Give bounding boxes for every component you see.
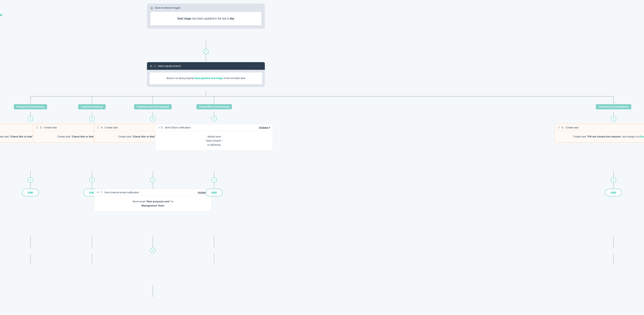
node7-body: Send email "New proposal sent" to Manage… [94,196,212,211]
trigger-body-bold1: Deal stage [178,17,191,20]
node5-body: Would send "Deal closed!! " to @Dennis [156,131,273,150]
node7-header[interactable]: ✉ 7. Send internal email notification Ac… [94,189,212,196]
branch-pipeline-link[interactable]: Deal pipeline and stage [194,77,223,80]
branch-label-proposal: Proposal sent (Consultancy) [134,104,172,109]
node6-header[interactable]: 🗒 6. Create task Actions [555,124,644,131]
trigger-body-text: has been updated in the last [192,17,227,20]
branch-label-closed-won: Closed Won (Consultancy) [196,104,232,109]
node6-body: Create task "Fill out closed lost reason… [555,131,644,142]
node6-task-name: Fill out closed lost reasons [588,135,621,138]
node3-number: 3. [40,126,42,129]
branch-label-prospects: Prospects (Consultancy) [14,104,47,109]
workflow-canvas: el [0,0,644,315]
branch-label-closed-lost: Closed Lost (Consultancy) [596,104,631,109]
node6-icon: 🗒 [558,126,560,129]
plus-col1[interactable]: + [28,116,33,122]
branch-body-text2: of the enrolled deal [224,77,246,80]
branch-node: ⚖ 1. Value equals branch Actions Branch … [147,62,265,87]
branch-actions-btn[interactable]: Actions [250,65,262,68]
branch-body: Branch on deal property Deal pipeline an… [149,72,262,85]
end-node-col4[interactable]: END [206,189,222,196]
node7-email-subject: New proposal sent [147,200,170,203]
trigger-icon: 🏢 [150,6,153,9]
plus-col5[interactable]: + [611,116,616,122]
trigger-node: 🏢 Deal enrollment trigger Deal stage has… [147,4,265,29]
node7-recipient: Management Team [98,204,208,208]
plus-col4[interactable]: + [212,116,217,122]
node3-label: Create task [44,126,57,129]
branch-number: 1. [154,65,156,68]
trigger-label: Deal enrollment trigger [155,6,181,9]
node4-number: 4. [101,126,103,129]
trigger-body-bold2: 1 day [227,17,234,20]
branch-label-lead: Lead (Consultancy) [78,104,106,109]
end-node-col1[interactable]: END [22,189,39,196]
node3-icon: 🗒 [36,126,38,129]
trigger-body: Deal stage has been updated in the last … [150,12,262,26]
node4-task-name: Check this or that [133,135,154,138]
node4-icon: 🗒 [97,126,100,129]
node4-label: Create task [105,126,118,129]
node6-owner-link[interactable]: Deal owner [640,135,644,138]
node5-number: 5. [161,126,163,129]
plus-after-node4[interactable]: + [150,177,156,182]
node-5: # 5. Send Slack notification Actions Wou… [155,124,273,151]
node6-number: 6. [562,126,564,129]
plus-col2[interactable]: + [89,116,95,122]
branch-header[interactable]: ⚖ 1. Value equals branch Actions [147,62,265,70]
plus-after-node5[interactable]: + [212,177,217,182]
node5-actions-btn[interactable]: Actions [259,126,270,129]
plus-after-trigger[interactable]: + [203,49,209,54]
node-7: ✉ 7. Send internal email notification Ac… [94,189,212,212]
node-6: 🗒 6. Create task Actions Create task "Fi… [554,124,644,143]
branch-body-text: Branch on deal property [166,77,194,80]
left-partial-label: el [0,13,2,17]
plus-after-node6[interactable]: + [611,177,616,182]
node5-label: Send Slack notification [165,126,191,129]
node2-task-name: Check this or that [10,135,32,138]
node7-icon: ✉ [97,191,99,194]
node5-header[interactable]: # 5. Send Slack notification Actions [156,124,273,131]
end-node-col5[interactable]: END [605,189,622,196]
branch-label: Value equals branch [158,65,181,68]
node7-label: Send internal email notification [104,191,139,194]
node3-task-name: Check this or that [72,135,94,138]
branch-icon: ⚖ [150,65,152,68]
plus-after-node3[interactable]: + [89,177,95,182]
trigger-header: 🏢 Deal enrollment trigger [150,6,262,9]
plus-after-node7[interactable]: + [150,248,156,253]
plus-col3[interactable]: + [150,116,156,122]
plus-after-node2[interactable]: + [28,177,33,182]
node5-icon: # [158,126,160,129]
node7-number: 7. [100,191,103,194]
node6-label: Create task [566,126,578,129]
